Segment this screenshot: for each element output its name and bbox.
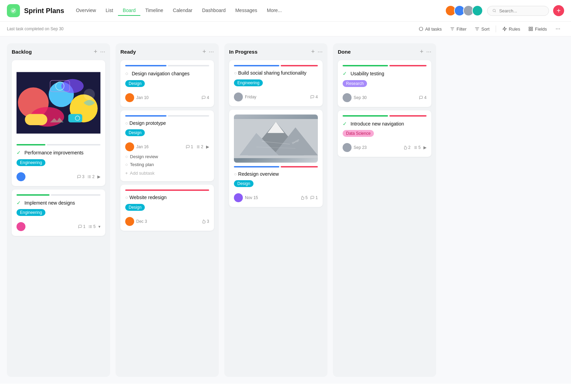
card-redesign-overview: Design ○ Redesign overview Design Nov 15… [229,110,323,207]
nav-more[interactable]: More... [262,6,287,16]
nav-messages[interactable]: Messages [230,6,262,16]
card-avatar [125,93,134,102]
card-meta: 1 5 ▾ [78,224,100,229]
column-menu-in-progress[interactable]: ··· [317,48,323,55]
rules-icon [502,26,507,31]
card-avatar [125,217,134,226]
comment-count: 1 [310,195,318,200]
card-design-prototype: ○ Design prototype Design Jan 16 1 2 ▶ [120,110,214,182]
add-card-backlog[interactable]: + [94,48,97,55]
all-tasks-btn[interactable]: All tasks [415,25,445,33]
column-menu-ready[interactable]: ··· [209,48,214,55]
card-title: ○ Design navigation changes [125,70,209,77]
check-icon: ✓ [17,200,21,206]
column-header-backlog: Backlog + ··· [12,48,105,55]
check-icon: ✓ [343,70,347,76]
subtask-icon [196,145,200,149]
sub-header: Last task completed on Sep 30 All tasks … [0,22,571,36]
card-footer: Dec 3 3 [125,217,209,226]
like-count: 3 [202,219,209,224]
search-input[interactable] [499,8,544,13]
column-menu-backlog[interactable]: ··· [100,48,105,55]
card-avatar [17,222,25,231]
add-card-in-progress[interactable]: + [311,48,315,55]
filter-btn[interactable]: Filter [446,25,470,33]
card-date: Jan 10 [136,95,200,100]
progress-bars [125,65,209,66]
progress-bars [17,194,100,196]
add-button[interactable]: + [553,5,564,16]
card-title: ○ Redesign overview [234,171,318,178]
add-subtask-btn[interactable]: + Add subtask [125,168,209,176]
nav-list[interactable]: List [101,6,118,16]
expand-arrow[interactable]: ▶ [423,145,427,150]
card-tag[interactable]: Design [234,180,254,187]
sort-btn[interactable]: Sort [471,25,493,33]
card-footer: 3 2 ▶ [17,172,100,181]
progress-bars [343,115,427,117]
card-tag[interactable]: Design [125,80,145,87]
column-title-in-progress: In Progress [229,49,308,55]
banner-image [17,65,100,141]
card-tag[interactable]: Research [343,80,367,87]
column-menu-done[interactable]: ··· [426,48,431,55]
nav-overview[interactable]: Overview [71,6,101,16]
search-box[interactable] [487,6,549,16]
card-tag-engineering[interactable]: Engineering [17,159,45,166]
comment-count: 1 [186,144,193,149]
svg-rect-5 [531,29,532,31]
rules-btn[interactable]: Rules [499,25,524,33]
comment-icon [310,95,314,99]
comment-icon [419,96,423,100]
progress-bars [125,189,209,191]
comment-count: 4 [310,95,318,99]
svg-point-1 [419,27,423,31]
nav-timeline[interactable]: Timeline [140,6,168,16]
card-avatar [234,193,243,202]
card-tag[interactable]: Data Science [343,130,374,137]
more-options-btn[interactable] [552,24,564,33]
circle-icon [419,26,423,31]
nav-calendar[interactable]: Calendar [168,6,197,16]
like-icon [202,219,206,224]
subtask-count: 5 [413,145,421,150]
card-avatar [343,143,352,152]
subtask-count: 2 [196,144,203,149]
card-avatar [234,92,243,101]
nav-dashboard[interactable]: Dashboard [197,6,230,16]
comment-icon [202,96,206,100]
dropdown-arrow[interactable]: ▾ [98,224,100,229]
card-avatar [17,172,25,181]
add-card-ready[interactable]: + [202,48,206,55]
nav-board[interactable]: Board [118,6,140,16]
card-tag[interactable]: Engineering [234,79,263,86]
card-title: ✓ Usability testing [343,70,427,77]
filter-icon [450,26,455,31]
expand-btn[interactable]: ▶ [206,144,209,149]
card-performance: ✓ Performance improvements Engineering 3… [12,60,105,186]
subtask-design-review: ○ Design review [125,153,209,161]
progress-bars [343,65,427,66]
card-tag[interactable]: Design [125,129,145,136]
card-footer: 1 5 ▾ [17,222,100,231]
comment-count: 4 [419,95,427,100]
check-icon: ○ [125,70,128,76]
comment-count: 4 [202,95,209,100]
subtask-testing-plan: ○ Testing plan [125,161,209,168]
add-card-done[interactable]: + [420,48,423,55]
card-footer: Friday 4 [234,92,318,101]
card-tag[interactable]: Design [125,204,145,211]
card-meta: 4 [310,95,318,99]
card-avatar [125,142,134,151]
column-title-done: Done [338,49,417,55]
fields-btn[interactable]: Fields [525,25,550,33]
subtask-icon [88,225,92,229]
column-done: Done + ··· ✓ Usability testing Research … [333,43,436,377]
expand-arrow[interactable]: ▶ [97,174,100,179]
svg-point-7 [558,29,558,29]
svg-rect-2 [529,27,530,29]
card-tag[interactable]: Engineering [17,209,45,216]
card-meta: 1 2 ▶ [186,144,209,149]
main-nav: Overview List Board Timeline Calendar Da… [71,6,287,16]
like-icon [300,196,304,200]
